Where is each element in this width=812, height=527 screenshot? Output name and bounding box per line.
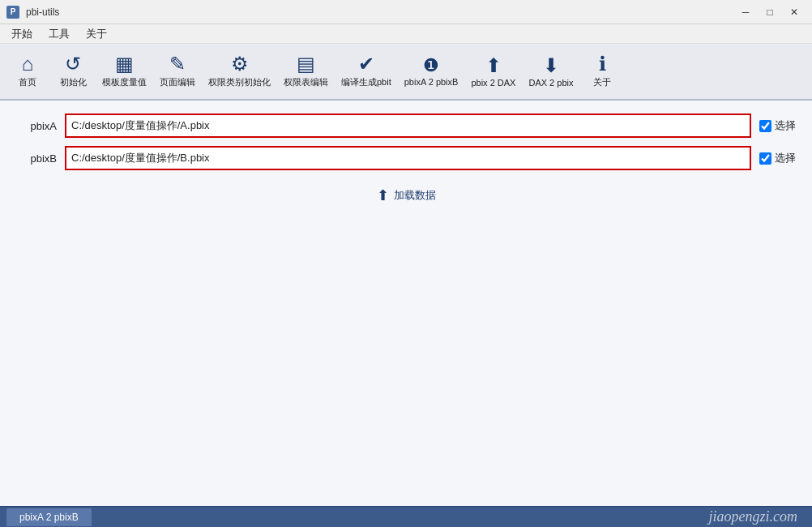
- edit-icon: ✎: [169, 54, 186, 74]
- watermark: jiaopengzi.com: [709, 508, 806, 525]
- toolbar-home[interactable]: ⌂ 首页: [6, 48, 49, 95]
- toolbar: ⌂ 首页 ↺ 初始化 ▦ 模板度量值 ✎ 页面编辑 ⚙ 权限类别初始化 ▤ 权限…: [0, 44, 812, 101]
- close-button[interactable]: ✕: [783, 3, 806, 21]
- home-icon: ⌂: [22, 54, 34, 74]
- main-content: pbixA 选择 pbixB 选择 ⬆ 加载数据: [0, 101, 812, 506]
- toolbar-page-edit[interactable]: ✎ 页面编辑: [155, 48, 200, 95]
- pbixA-checkbox[interactable]: [759, 120, 771, 132]
- menu-start[interactable]: 开始: [3, 25, 41, 43]
- gear-icon: ⚙: [231, 54, 249, 74]
- pbixA-row: pbixA 选择: [16, 114, 796, 138]
- pbixA-label: pbixA: [16, 120, 57, 132]
- menu-about[interactable]: 关于: [78, 25, 115, 43]
- load-label: 加载数据: [394, 188, 436, 203]
- toolbar-pbix2dax[interactable]: ⬆ pbix 2 DAX: [466, 48, 520, 95]
- template-icon: ▦: [115, 54, 134, 74]
- pbixB-label: pbixB: [16, 152, 57, 165]
- title-bar: P pbi-utils ─ □ ✕: [0, 0, 812, 24]
- menu-tools[interactable]: 工具: [41, 25, 78, 43]
- toolbar-about[interactable]: ℹ 关于: [581, 48, 623, 95]
- app-icon: P: [6, 6, 19, 19]
- pbixB-checkbox-label: 选择: [775, 151, 796, 165]
- download-icon: ⬇: [543, 56, 559, 75]
- load-btn-row: ⬆ 加载数据: [16, 183, 796, 208]
- table-icon: ▤: [297, 54, 315, 74]
- toolbar-dax2pbix[interactable]: ⬇ DAX 2 pbix: [524, 48, 578, 95]
- pbixA-checkbox-label: 选择: [775, 118, 796, 133]
- info-icon: ℹ: [599, 54, 606, 74]
- toolbar-perm-table-label: 权限表编辑: [284, 76, 328, 88]
- pbixB-input-wrapper: [65, 146, 751, 170]
- pbixB-input[interactable]: [71, 152, 745, 165]
- menu-bar: 开始 工具 关于: [0, 24, 812, 44]
- status-tab[interactable]: pbixA 2 pbixB: [6, 508, 92, 526]
- maximize-button[interactable]: □: [759, 3, 781, 21]
- pbixA-input[interactable]: [71, 120, 745, 132]
- pbixB-checkbox[interactable]: [759, 152, 771, 165]
- app-title: pbi-utils: [26, 6, 59, 18]
- toolbar-pbix2pbixb[interactable]: ❶ pbixA 2 pbixB: [400, 48, 464, 95]
- refresh-icon: ↺: [65, 54, 81, 74]
- status-bar: pbixA 2 pbixB jiaopengzi.com: [0, 506, 812, 527]
- window-controls: ─ □ ✕: [734, 3, 806, 21]
- toolbar-perm-init-label: 权限类别初始化: [208, 76, 271, 88]
- toolbar-compile-label: 编译生成pbit: [341, 76, 391, 88]
- toolbar-dax2pbix-label: DAX 2 pbix: [528, 78, 573, 88]
- toolbar-home-label: 首页: [19, 76, 36, 88]
- toolbar-perm-init[interactable]: ⚙ 权限类别初始化: [203, 48, 276, 95]
- minimize-button[interactable]: ─: [734, 3, 757, 21]
- pbixA-checkbox-wrapper: 选择: [759, 118, 796, 133]
- toolbar-template-label: 模板度量值: [102, 76, 147, 88]
- toolbar-init[interactable]: ↺ 初始化: [52, 48, 94, 95]
- pbixB-checkbox-wrapper: 选择: [759, 151, 796, 165]
- toolbar-init-label: 初始化: [60, 76, 87, 88]
- toolbar-template[interactable]: ▦ 模板度量值: [97, 48, 152, 95]
- toolbar-compile[interactable]: ✔ 编译生成pbit: [336, 48, 396, 95]
- toolbar-page-edit-label: 页面编辑: [160, 76, 195, 88]
- pbixB-row: pbixB 选择: [16, 146, 796, 170]
- toolbar-perm-table[interactable]: ▤ 权限表编辑: [279, 48, 333, 95]
- pbixA-input-wrapper: [65, 114, 751, 138]
- load-data-button[interactable]: ⬆ 加载数据: [367, 183, 446, 208]
- toolbar-about-label: 关于: [593, 76, 611, 88]
- toolbar-pbix2dax-label: pbix 2 DAX: [471, 78, 515, 88]
- number-icon: ❶: [423, 57, 439, 75]
- check-icon: ✔: [358, 54, 374, 74]
- toolbar-pbix2pbixb-label: pbixA 2 pbixB: [404, 77, 459, 87]
- load-icon: ⬆: [377, 186, 389, 204]
- upload-icon: ⬆: [485, 56, 502, 75]
